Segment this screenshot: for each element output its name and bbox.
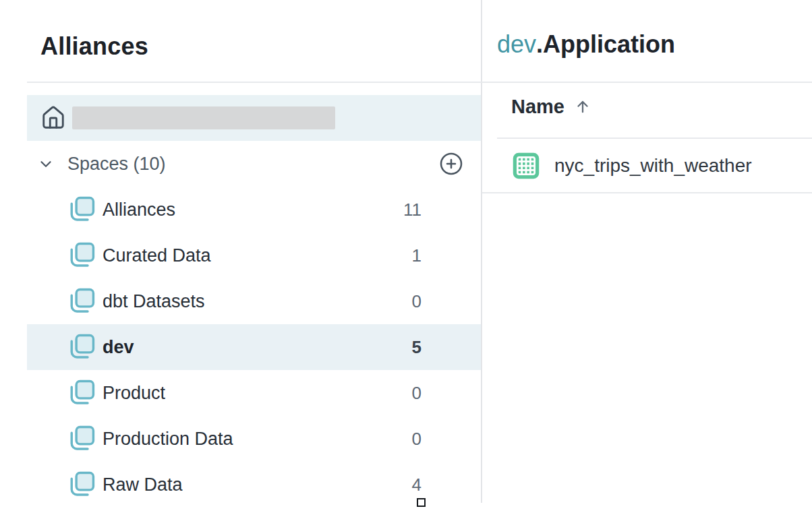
sidebar-item-space[interactable]: Product 0 [27, 370, 481, 416]
spaces-section-header[interactable]: Spaces (10) [27, 141, 481, 187]
sidebar-item-space[interactable]: Curated Data 1 [27, 233, 481, 278]
space-name: Production Data [103, 429, 233, 450]
sidebar-title: Alliances [40, 32, 148, 61]
spaces-section-label: Spaces (10) [67, 154, 166, 175]
dataset-list: nyc_trips_with_weather [482, 139, 812, 193]
space-name: Raw Data [103, 475, 183, 495]
space-count: 0 [412, 383, 422, 404]
space-name: dbt Datasets [103, 291, 205, 312]
space-icon [66, 423, 97, 454]
space-count: 1 [412, 245, 422, 266]
breadcrumb-page-title: Application [543, 30, 675, 58]
sidebar-title-divider [27, 82, 481, 83]
chevron-down-icon[interactable] [37, 155, 55, 173]
breadcrumb: dev.Application [497, 30, 675, 59]
dataset-row[interactable]: nyc_trips_with_weather [482, 139, 812, 193]
space-count: 11 [403, 200, 422, 220]
add-space-button[interactable] [439, 152, 463, 176]
name-column-label: Name [511, 96, 564, 118]
space-icon [66, 377, 97, 408]
missing-glyph-box [417, 498, 426, 507]
loading-placeholder-bar [72, 106, 335, 129]
space-count: 0 [412, 429, 422, 450]
space-count: 0 [412, 291, 422, 312]
name-column-header[interactable]: Name [511, 90, 591, 123]
sidebar-item-space[interactable]: Raw Data 4 [27, 462, 481, 508]
content-header-divider [481, 82, 812, 83]
space-count: 5 [412, 337, 422, 358]
sidebar-item-space[interactable]: Alliances 11 [27, 187, 481, 233]
space-name: Alliances [103, 200, 175, 220]
space-icon [66, 332, 97, 363]
space-count: 4 [412, 475, 422, 495]
space-icon [66, 194, 97, 225]
dataset-name: nyc_trips_with_weather [554, 155, 752, 177]
sidebar: Alliances Spaces (10) [0, 0, 481, 519]
arrow-up-icon [574, 98, 591, 115]
sidebar-item-space[interactable]: dev 5 [27, 324, 481, 370]
breadcrumb-space-link[interactable]: dev [497, 30, 536, 58]
space-name: Product [103, 383, 165, 404]
app-window: Alliances Spaces (10) [0, 0, 812, 519]
sidebar-item-home[interactable] [27, 95, 481, 141]
space-name: Curated Data [103, 245, 211, 266]
sidebar-item-space[interactable]: Production Data 0 [27, 416, 481, 462]
space-icon [66, 240, 97, 271]
space-icon [66, 286, 97, 317]
sidebar-item-space[interactable]: dbt Datasets 0 [27, 278, 481, 324]
home-icon [40, 105, 66, 131]
breadcrumb-separator: . [536, 30, 543, 58]
spaces-list: Alliances 11 Curated Data 1 [27, 187, 481, 508]
content-panel: dev.Application Name [482, 0, 812, 519]
space-name: dev [103, 337, 134, 358]
table-grid-icon [511, 151, 541, 181]
space-icon [66, 469, 97, 500]
